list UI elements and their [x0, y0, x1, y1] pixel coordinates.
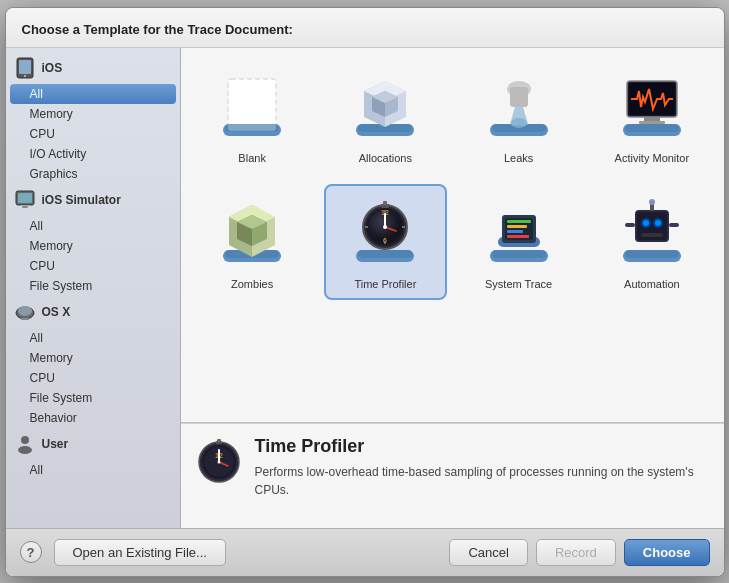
detail-title: Time Profiler [255, 436, 710, 457]
sidebar-item-osx-all[interactable]: All [6, 328, 180, 348]
sidebar-item-osx-cpu[interactable]: CPU [6, 368, 180, 388]
svg-rect-5 [22, 206, 28, 208]
template-icon-leaks [479, 68, 559, 148]
template-item-system-trace[interactable]: System Trace [457, 184, 580, 300]
sidebar-item-ios-memory[interactable]: Memory [6, 104, 180, 124]
svg-rect-26 [510, 87, 528, 107]
svg-rect-65 [507, 230, 523, 233]
template-icon-allocations [345, 68, 425, 148]
svg-rect-9 [21, 318, 29, 320]
svg-rect-64 [507, 225, 527, 228]
sidebar-item-osx-behavior[interactable]: Behavior [6, 408, 180, 428]
sidebar-section-sim-label: iOS Simulator [42, 193, 121, 207]
help-button[interactable]: ? [20, 541, 42, 563]
dialog-title: Choose a Template for the Trace Document… [6, 8, 724, 48]
svg-rect-13 [228, 79, 276, 131]
sidebar-section-ios[interactable]: iOS [6, 52, 180, 84]
svg-point-8 [18, 306, 32, 316]
template-item-automation[interactable]: Automation [590, 184, 713, 300]
open-existing-button[interactable]: Open an Existing File... [54, 539, 226, 566]
detail-area: 12 Time Profiler Performs low-overhead t… [181, 423, 724, 528]
svg-point-74 [655, 220, 661, 226]
template-label-automation: Automation [624, 278, 680, 290]
svg-rect-88 [217, 439, 221, 442]
detail-icon: 12 [195, 436, 243, 484]
dialog-footer: ? Open an Existing File... Cancel Record… [6, 528, 724, 576]
svg-rect-77 [625, 223, 635, 227]
sidebar-item-ios-io[interactable]: I/O Activity [6, 144, 180, 164]
svg-point-51 [383, 225, 387, 229]
template-label-blank: Blank [238, 152, 266, 164]
template-label-allocations: Allocations [359, 152, 412, 164]
sidebar-item-sim-cpu[interactable]: CPU [6, 256, 180, 276]
sidebar-item-ios-all[interactable]: All [10, 84, 176, 104]
template-icon-activity-monitor [612, 68, 692, 148]
template-item-time-profiler[interactable]: 12 6 [324, 184, 447, 300]
sidebar-item-user-all[interactable]: All [6, 460, 180, 480]
svg-rect-1 [19, 60, 31, 74]
svg-rect-78 [669, 223, 679, 227]
template-icon-time-profiler: 12 6 [345, 194, 425, 274]
svg-rect-43 [358, 250, 412, 258]
ios-sim-icon [14, 189, 36, 211]
sidebar-item-sim-filesystem[interactable]: File System [6, 276, 180, 296]
sidebar: iOS All Memory CPU I/O Activity Graphics… [6, 48, 181, 528]
user-section-icon [14, 433, 36, 455]
record-button[interactable]: Record [536, 539, 616, 566]
sidebar-section-user-label: User [42, 437, 69, 451]
svg-point-73 [643, 220, 649, 226]
template-label-activity-monitor: Activity Monitor [615, 152, 690, 164]
sidebar-section-osx-label: OS X [42, 305, 71, 319]
svg-point-11 [18, 446, 32, 454]
template-icon-automation [612, 194, 692, 274]
template-icon-zombies [212, 194, 292, 274]
template-item-allocations[interactable]: Allocations [324, 58, 447, 174]
ios-icon [14, 57, 36, 79]
template-label-zombies: Zombies [231, 278, 273, 290]
svg-rect-32 [644, 117, 660, 121]
sidebar-item-osx-filesystem[interactable]: File System [6, 388, 180, 408]
sidebar-item-ios-cpu[interactable]: CPU [6, 124, 180, 144]
osx-icon [14, 301, 36, 323]
template-item-activity-monitor[interactable]: Activity Monitor [590, 58, 713, 174]
dialog: Choose a Template for the Trace Document… [5, 7, 725, 577]
detail-text: Time Profiler Performs low-overhead time… [255, 436, 710, 499]
svg-rect-14 [225, 124, 279, 132]
svg-rect-33 [639, 121, 665, 124]
cancel-button[interactable]: Cancel [449, 539, 527, 566]
sidebar-section-user[interactable]: User [6, 428, 180, 460]
main-area: Blank [181, 48, 724, 528]
choose-button[interactable]: Choose [624, 539, 710, 566]
grid-inner: Blank [191, 58, 714, 300]
sidebar-section-ios-sim[interactable]: iOS Simulator [6, 184, 180, 216]
sidebar-item-sim-memory[interactable]: Memory [6, 236, 180, 256]
template-label-time-profiler: Time Profiler [354, 278, 416, 290]
template-icon-system-trace [479, 194, 559, 274]
template-label-leaks: Leaks [504, 152, 533, 164]
svg-rect-63 [507, 220, 531, 223]
template-icon-blank [212, 68, 292, 148]
template-item-blank[interactable]: Blank [191, 58, 314, 174]
svg-rect-29 [625, 124, 679, 132]
svg-point-86 [217, 460, 220, 463]
svg-rect-66 [507, 235, 529, 238]
sidebar-section-ios-label: iOS [42, 61, 63, 75]
template-grid: Blank [181, 48, 724, 423]
svg-rect-4 [18, 193, 32, 203]
sidebar-item-sim-all[interactable]: All [6, 216, 180, 236]
sidebar-item-osx-memory[interactable]: Memory [6, 348, 180, 368]
template-item-leaks[interactable]: Leaks [457, 58, 580, 174]
svg-point-10 [21, 436, 29, 444]
svg-point-2 [23, 74, 25, 76]
svg-rect-59 [492, 250, 546, 258]
sidebar-item-ios-graphics[interactable]: Graphics [6, 164, 180, 184]
svg-point-76 [649, 199, 655, 205]
template-label-system-trace: System Trace [485, 278, 552, 290]
sidebar-section-osx[interactable]: OS X [6, 296, 180, 328]
svg-rect-53 [383, 201, 387, 205]
detail-description: Performs low-overhead time-based samplin… [255, 463, 710, 499]
svg-rect-79 [641, 233, 663, 237]
svg-point-27 [511, 118, 527, 128]
svg-rect-6 [20, 205, 30, 206]
template-item-zombies[interactable]: Zombies [191, 184, 314, 300]
